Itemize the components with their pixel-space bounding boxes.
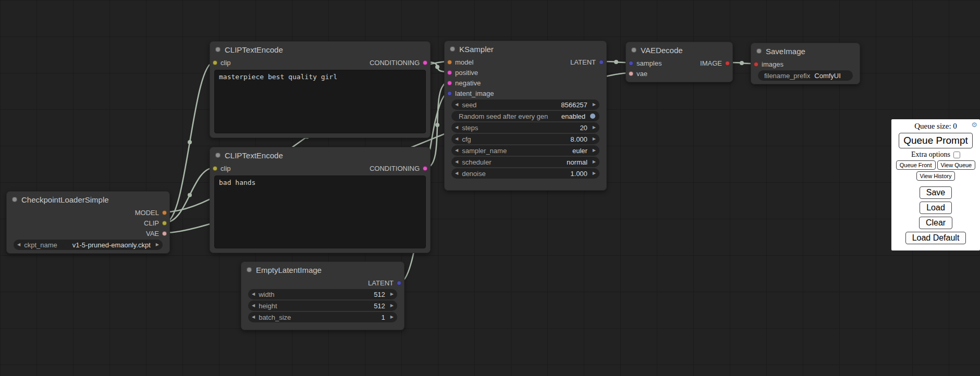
increment-arrow-icon[interactable]: ▶	[387, 289, 397, 299]
decrement-arrow-icon[interactable]: ◀	[451, 145, 462, 156]
node-title-bar[interactable]: CLIPTextEncode	[210, 42, 430, 57]
collapse-dot-icon[interactable]	[215, 153, 220, 158]
load-default-button[interactable]: Load Default	[905, 232, 966, 244]
node-clip-text-encode-negative[interactable]: CLIPTextEncodeclipCONDITIONING	[210, 147, 431, 253]
decrement-arrow-icon[interactable]: ◀	[14, 240, 24, 250]
prompt-textarea[interactable]	[214, 176, 426, 248]
widget-height[interactable]: ◀height512▶	[248, 300, 397, 311]
decrement-arrow-icon[interactable]: ◀	[248, 300, 259, 311]
slot-dot-icon[interactable]	[162, 210, 167, 215]
widget-cfg[interactable]: ◀cfg8.000▶	[451, 134, 599, 144]
input-slot-positive[interactable]: positive	[447, 69, 478, 77]
widget-ckpt_name[interactable]: ◀ckpt_namev1-5-pruned-emaonly.ckpt▶	[14, 240, 163, 250]
increment-arrow-icon[interactable]: ▶	[387, 300, 397, 311]
collapse-dot-icon[interactable]	[756, 48, 762, 54]
node-title-bar[interactable]: KSampler	[445, 41, 606, 57]
collapse-dot-icon[interactable]	[12, 197, 17, 202]
output-slot-VAE[interactable]: VAE	[146, 230, 167, 237]
node-clip-text-encode-positive[interactable]: CLIPTextEncodeclipCONDITIONING	[210, 41, 431, 138]
slot-dot-icon[interactable]	[629, 71, 633, 76]
slot-dot-icon[interactable]	[754, 62, 758, 67]
increment-arrow-icon[interactable]: ▶	[589, 157, 599, 167]
node-title-bar[interactable]: EmptyLatentImage	[241, 262, 404, 278]
collapse-dot-icon[interactable]	[631, 47, 636, 53]
widget-seed[interactable]: ◀seed8566257▶	[451, 99, 599, 110]
input-slot-clip[interactable]: clip	[213, 165, 231, 172]
decrement-arrow-icon[interactable]: ◀	[451, 99, 462, 110]
view-queue-button[interactable]: View Queue	[937, 160, 976, 170]
node-checkpoint-loader[interactable]: CheckpointLoaderSimpleMODELCLIPVAE◀ckpt_…	[6, 191, 170, 254]
settings-gear-icon[interactable]: ⚙	[971, 121, 977, 129]
widget-random-seed-after-every-gen[interactable]: Random seed after every genenabled	[451, 111, 599, 121]
slot-dot-icon[interactable]	[725, 61, 730, 66]
output-slot-LATENT[interactable]: LATENT	[570, 58, 604, 66]
widget-filename_prefix[interactable]: filename_prefixComfyUI	[758, 70, 853, 81]
clear-button[interactable]: Clear	[919, 217, 952, 229]
node-title-bar[interactable]: CLIPTextEncode	[210, 147, 430, 163]
increment-arrow-icon[interactable]: ▶	[589, 168, 599, 179]
node-title-bar[interactable]: CheckpointLoaderSimple	[7, 192, 169, 207]
decrement-arrow-icon[interactable]: ◀	[451, 122, 462, 133]
node-vae-decode[interactable]: VAEDecodesamplesIMAGEvae	[626, 42, 733, 82]
input-slot-samples[interactable]: samples	[629, 59, 662, 67]
collapse-dot-icon[interactable]	[215, 47, 220, 52]
input-slot-latent_image[interactable]: latent_image	[447, 90, 494, 97]
slot-dot-icon[interactable]	[599, 60, 604, 65]
slot-dot-icon[interactable]	[397, 281, 401, 285]
output-slot-MODEL[interactable]: MODEL	[135, 209, 167, 217]
queue-prompt-button[interactable]: Queue Prompt	[899, 133, 973, 148]
slot-dot-icon[interactable]	[447, 70, 452, 75]
node-save-image[interactable]: SaveImageimagesfilename_prefixComfyUI	[751, 43, 860, 84]
output-slot-CONDITIONING[interactable]: CONDITIONING	[370, 165, 427, 172]
increment-arrow-icon[interactable]: ▶	[589, 145, 599, 156]
node-title-bar[interactable]: VAEDecode	[626, 42, 732, 58]
widget-sampler_name[interactable]: ◀sampler_nameeuler▶	[451, 145, 599, 156]
queue-front-button[interactable]: Queue Front	[896, 160, 936, 170]
output-slot-CLIP[interactable]: CLIP	[144, 219, 167, 227]
slot-dot-icon[interactable]	[629, 61, 633, 66]
slot-dot-icon[interactable]	[162, 231, 167, 236]
increment-arrow-icon[interactable]: ▶	[387, 312, 397, 322]
slot-dot-icon[interactable]	[447, 81, 452, 85]
save-button[interactable]: Save	[920, 186, 952, 199]
prompt-textarea[interactable]	[214, 70, 426, 133]
node-ksampler[interactable]: KSamplermodelLATENTpositivenegativelaten…	[444, 41, 607, 191]
decrement-arrow-icon[interactable]: ◀	[248, 312, 259, 322]
increment-arrow-icon[interactable]: ▶	[589, 134, 599, 144]
slot-dot-icon[interactable]	[213, 60, 217, 65]
input-slot-vae[interactable]: vae	[629, 70, 647, 78]
widget-width[interactable]: ◀width512▶	[248, 289, 397, 299]
node-title-bar[interactable]: SaveImage	[751, 43, 860, 59]
decrement-arrow-icon[interactable]: ◀	[451, 157, 462, 167]
increment-arrow-icon[interactable]: ▶	[589, 99, 599, 110]
input-slot-clip[interactable]: clip	[213, 59, 231, 67]
slot-dot-icon[interactable]	[447, 91, 452, 96]
collapse-dot-icon[interactable]	[247, 267, 252, 272]
widget-denoise[interactable]: ◀denoise1.000▶	[451, 168, 599, 179]
widget-steps[interactable]: ◀steps20▶	[451, 122, 599, 133]
slot-dot-icon[interactable]	[423, 60, 427, 65]
decrement-arrow-icon[interactable]: ◀	[451, 134, 462, 144]
slot-dot-icon[interactable]	[423, 166, 427, 171]
slot-dot-icon[interactable]	[213, 166, 217, 171]
node-empty-latent-image[interactable]: EmptyLatentImageLATENT◀width512▶◀height5…	[241, 261, 405, 330]
toggle-dot-icon[interactable]	[590, 114, 595, 119]
output-slot-CONDITIONING[interactable]: CONDITIONING	[370, 59, 427, 67]
node-graph-canvas[interactable]: CheckpointLoaderSimpleMODELCLIPVAE◀ckpt_…	[0, 0, 980, 376]
output-slot-IMAGE[interactable]: IMAGE	[700, 59, 730, 67]
slot-dot-icon[interactable]	[447, 60, 452, 65]
increment-arrow-icon[interactable]: ▶	[589, 122, 599, 133]
collapse-dot-icon[interactable]	[450, 46, 455, 52]
output-slot-LATENT[interactable]: LATENT	[368, 279, 401, 287]
input-slot-images[interactable]: images	[754, 60, 783, 68]
extra-options-checkbox[interactable]	[953, 152, 960, 158]
widget-batch_size[interactable]: ◀batch_size1▶	[248, 312, 397, 322]
view-history-button[interactable]: View History	[916, 171, 956, 181]
load-button[interactable]: Load	[920, 202, 952, 214]
decrement-arrow-icon[interactable]: ◀	[248, 289, 259, 299]
input-slot-negative[interactable]: negative	[447, 79, 481, 87]
widget-scheduler[interactable]: ◀schedulernormal▶	[451, 157, 599, 167]
decrement-arrow-icon[interactable]: ◀	[451, 168, 462, 179]
input-slot-model[interactable]: model	[447, 58, 473, 66]
slot-dot-icon[interactable]	[162, 221, 167, 225]
